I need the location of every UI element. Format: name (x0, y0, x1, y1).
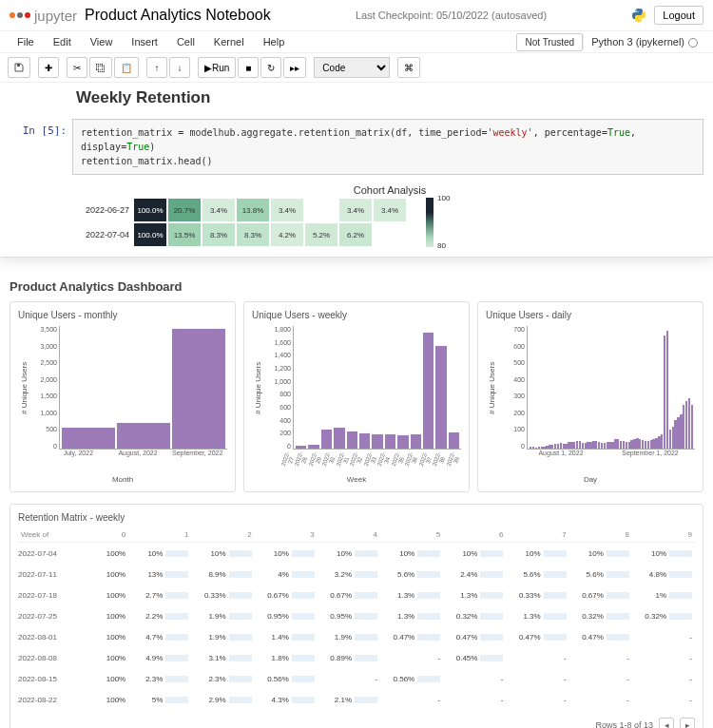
plot-area (59, 326, 227, 450)
x-axis: 2022-272022-282022-292022-302022-312022-… (252, 450, 461, 473)
cut-button[interactable]: ✂ (67, 57, 87, 78)
retention-bar (355, 550, 377, 557)
retention-cell: 5% (128, 696, 191, 704)
retention-cell: - (380, 696, 443, 704)
menu-help[interactable]: Help (254, 31, 295, 52)
retention-cell: 2.3% (128, 675, 191, 683)
paste-button[interactable]: 📋 (114, 57, 139, 78)
cell-prompt: In [5]: (10, 119, 67, 175)
retention-cell: 10% (318, 549, 380, 558)
retention-cell: - (632, 675, 695, 683)
retention-bar (229, 550, 252, 557)
bar (321, 430, 332, 449)
add-cell-button[interactable]: ✚ (38, 57, 59, 78)
move-down-button[interactable]: ↓ (169, 57, 190, 78)
retention-bar (417, 592, 440, 599)
retention-cell: 10% (632, 549, 695, 558)
retention-cell: - (506, 675, 568, 683)
cohort-heatmap: 2022-06-27100.0%20.7%3.4%13.8%3.4%3.4%3.… (76, 198, 407, 247)
cohort-cell: 6.2% (338, 222, 373, 247)
retention-cell: - (632, 633, 695, 642)
celltype-select[interactable]: Code (314, 57, 390, 78)
logout-button[interactable]: Logout (654, 6, 703, 25)
menu-file[interactable]: File (8, 31, 44, 52)
retention-bar (607, 613, 629, 620)
retention-bar (355, 592, 377, 599)
chart-weekly: Unique Users - weekly # Unique Users 1,8… (243, 301, 470, 492)
retention-table: Week of0123456789 2022-07-04100%10%10%10… (18, 530, 695, 710)
cohort-cell: 5.2% (304, 222, 338, 247)
menu-cell[interactable]: Cell (167, 31, 204, 52)
cell-output: Cohort Analysis 2022-06-27100.0%20.7%3.4… (10, 182, 703, 247)
retention-cell: 2.7% (128, 591, 191, 600)
retention-bar (229, 697, 252, 703)
plot-area (293, 326, 461, 450)
code-cell[interactable]: In [5]: retention_matrix = modelhub.aggr… (10, 119, 703, 175)
retention-cell: 0.67% (255, 591, 318, 600)
retention-cell: 8.9% (191, 570, 254, 579)
cohort-legend: 100 80 (426, 198, 434, 247)
retention-bar (417, 613, 440, 620)
retention-bar (417, 634, 440, 641)
y-axis: 7006005004003002001000 (498, 326, 527, 450)
fast-forward-button[interactable]: ▸▸ (283, 57, 306, 78)
bar (359, 433, 370, 449)
retention-cell: 1.3% (443, 591, 506, 600)
restart-button[interactable]: ↻ (260, 57, 281, 78)
code-input[interactable]: retention_matrix = modelhub.aggregate.re… (72, 119, 703, 175)
rows-count: Rows 1-8 of 13 (595, 720, 653, 728)
cohort-cell: 8.3% (236, 222, 270, 247)
cohort-cell: 4.2% (270, 222, 304, 247)
retention-cell: 100% (66, 696, 128, 704)
menu-insert[interactable]: Insert (122, 31, 167, 52)
move-up-button[interactable]: ↑ (146, 57, 167, 78)
cohort-cell (304, 198, 338, 222)
retention-cell: 10% (191, 549, 254, 558)
prev-page-button[interactable]: ◂ (659, 718, 674, 728)
retention-bar (292, 592, 315, 599)
svg-rect-2 (17, 64, 20, 67)
kernel-indicator[interactable]: Python 3 (ipykernel) (583, 33, 705, 50)
python-icon (631, 8, 646, 23)
retention-bar (480, 550, 503, 557)
notebook-title[interactable]: Product Analytics Notebook (85, 7, 271, 24)
retention-cell: 3.2% (318, 570, 380, 579)
menu-view[interactable]: View (81, 31, 123, 52)
y-axis: 1,8001,6001,4001,2001,0008006004002000 (264, 326, 293, 450)
retention-cell: - (506, 654, 568, 662)
retention-cell: 0.56% (380, 675, 443, 683)
cohort-title: Cohort Analysis (76, 182, 703, 198)
y-axis-label: # Unique Users (252, 326, 264, 450)
table-row: 2022-07-11100%13%8.9%4%3.2%5.6%2.4%5.6%5… (18, 564, 695, 584)
retention-bar (165, 655, 188, 661)
x-axis-label: Day (486, 473, 695, 484)
menu-kernel[interactable]: Kernel (204, 31, 254, 52)
y-axis-label: # Unique Users (486, 326, 498, 450)
bar (397, 435, 408, 449)
jupyter-logo[interactable]: jupyter (10, 8, 77, 24)
bar (334, 428, 344, 449)
retention-cell: 2.3% (191, 675, 254, 683)
bar (172, 329, 225, 449)
next-page-button[interactable]: ▸ (680, 718, 695, 728)
retention-bar (480, 571, 503, 578)
retention-cell: 5.6% (506, 570, 568, 579)
copy-button[interactable]: ⿻ (89, 57, 112, 78)
command-palette-button[interactable]: ⌘ (397, 57, 420, 78)
markdown-heading[interactable]: Weekly Retention (10, 83, 703, 113)
save-button[interactable] (8, 57, 30, 78)
x-axis: August 1, 2022September 1, 2022 (486, 450, 695, 473)
retention-bar (165, 550, 188, 557)
stop-button[interactable]: ■ (238, 57, 259, 78)
retention-bar (292, 613, 315, 620)
retention-cell: 0.67% (318, 591, 380, 600)
trust-button[interactable]: Not Trusted (516, 33, 583, 51)
charts-row: Unique Users - monthly # Unique Users 3,… (10, 301, 703, 492)
retention-bar (355, 634, 377, 641)
retention-cell: - (380, 654, 443, 662)
cohort-cell (373, 222, 407, 247)
retention-bar (544, 550, 567, 557)
retention-bar (669, 613, 692, 620)
run-button[interactable]: ▶ Run (198, 57, 236, 78)
menu-edit[interactable]: Edit (44, 31, 81, 52)
